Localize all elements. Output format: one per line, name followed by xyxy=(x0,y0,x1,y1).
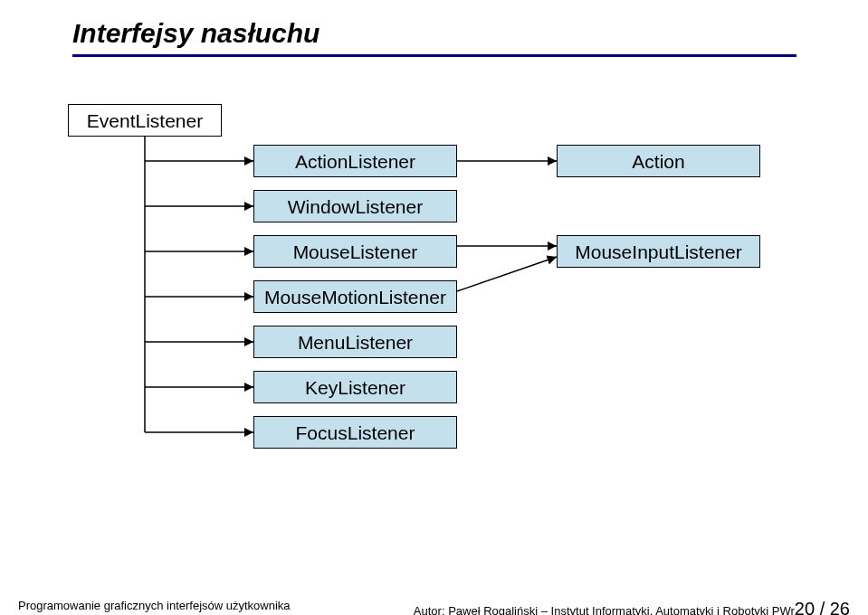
node-focuslistener: FocusListener xyxy=(253,416,457,449)
node-mouseinputlistener: MouseInputListener xyxy=(557,235,760,268)
node-actionlistener: ActionListener xyxy=(253,145,457,177)
footer-author: Autor: Paweł Rogaliński – Instytut Infor… xyxy=(414,604,795,615)
node-eventlistener: EventListener xyxy=(68,104,222,137)
node-menulistener: MenuListener xyxy=(253,326,457,358)
node-windowlistener: WindowListener xyxy=(253,190,457,222)
node-mouselistener: MouseListener xyxy=(253,235,457,268)
footer-right: Autor: Paweł Rogaliński – Instytut Infor… xyxy=(414,599,850,615)
node-action: Action xyxy=(557,145,760,177)
svg-line-10 xyxy=(457,257,557,291)
node-mousemotionlistener: MouseMotionListener xyxy=(253,280,457,313)
title-underline xyxy=(72,54,796,57)
page-title: Interfejsy nasłuchu xyxy=(72,18,320,49)
footer-page: 20 / 26 xyxy=(795,599,850,615)
node-keylistener: KeyListener xyxy=(253,371,457,403)
footer-left: Programowanie graficznych interfejsów uż… xyxy=(18,599,291,612)
